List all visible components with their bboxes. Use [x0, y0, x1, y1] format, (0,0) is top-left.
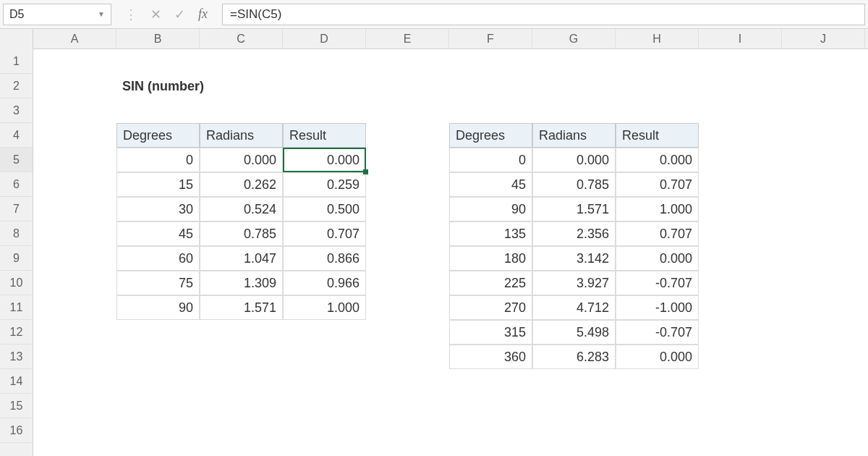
more-icon[interactable]: ⋮	[124, 7, 137, 22]
t1-r6-result[interactable]: 1.000	[283, 295, 366, 320]
row-header-7[interactable]: 7	[0, 197, 33, 221]
row-header-9[interactable]: 9	[0, 246, 33, 271]
t2-r8-result[interactable]: 0.000	[616, 345, 699, 369]
t2-r2-result[interactable]: 1.000	[616, 197, 699, 221]
t2-r3-radians[interactable]: 2.356	[532, 221, 616, 246]
t2-r1-radians[interactable]: 0.785	[532, 172, 616, 197]
t2-r8-degrees[interactable]: 360	[449, 345, 532, 369]
formula-input[interactable]: =SIN(C5)	[222, 4, 865, 25]
t1-r2-radians[interactable]: 0.524	[200, 197, 283, 221]
t2-r5-result[interactable]: -0.707	[616, 271, 699, 295]
row-header-8[interactable]: 8	[0, 221, 33, 246]
t1-r2-degrees[interactable]: 30	[116, 197, 200, 221]
col-header-B[interactable]: B	[116, 29, 200, 48]
t2-r3-result[interactable]: 0.707	[616, 221, 699, 246]
formula-text: =SIN(C5)	[230, 7, 281, 22]
select-all-corner[interactable]	[0, 29, 33, 49]
t1-r5-degrees[interactable]: 75	[116, 271, 200, 295]
column-headers: A B C D E F G H I J	[0, 29, 868, 49]
row-header-4[interactable]: 4	[0, 123, 33, 148]
t1-r1-degrees[interactable]: 15	[116, 172, 200, 197]
t2-r4-result[interactable]: 0.000	[616, 246, 699, 271]
t1-header-radians[interactable]: Radians	[200, 123, 283, 148]
t1-r4-degrees[interactable]: 60	[116, 246, 200, 271]
t2-r1-degrees[interactable]: 45	[449, 172, 532, 197]
col-header-D[interactable]: D	[283, 29, 366, 48]
t1-r0-result[interactable]: 0.000	[283, 148, 366, 172]
col-header-H[interactable]: H	[616, 29, 699, 48]
t1-r3-result[interactable]: 0.707	[283, 221, 366, 246]
t1-r2-result[interactable]: 0.500	[283, 197, 366, 221]
t1-r5-result[interactable]: 0.966	[283, 271, 366, 295]
t2-r5-radians[interactable]: 3.927	[532, 271, 616, 295]
t2-header-result[interactable]: Result	[616, 123, 699, 148]
cancel-icon[interactable]: ✕	[150, 7, 161, 22]
title-cell[interactable]: SIN (number)	[116, 74, 283, 98]
row-header-6[interactable]: 6	[0, 172, 33, 197]
formula-bar: D5 ▼ ⋮ ✕ ✓ fx =SIN(C5)	[0, 0, 868, 29]
t2-r1-result[interactable]: 0.707	[616, 172, 699, 197]
t1-r4-result[interactable]: 0.866	[283, 246, 366, 271]
t2-r4-degrees[interactable]: 180	[449, 246, 532, 271]
row-header-5[interactable]: 5	[0, 148, 33, 172]
col-header-E[interactable]: E	[366, 29, 449, 48]
t1-r1-radians[interactable]: 0.262	[200, 172, 283, 197]
col-header-A[interactable]: A	[33, 29, 116, 48]
t2-r5-degrees[interactable]: 225	[449, 271, 532, 295]
t2-r0-radians[interactable]: 0.000	[532, 148, 616, 172]
row-header-12[interactable]: 12	[0, 320, 33, 345]
t1-r0-radians[interactable]: 0.000	[200, 148, 283, 172]
t2-header-radians[interactable]: Radians	[532, 123, 616, 148]
t2-r2-degrees[interactable]: 90	[449, 197, 532, 221]
col-header-J[interactable]: J	[782, 29, 865, 48]
cell-area[interactable]: SIN (number) Degrees Radians Result 0 0.…	[33, 49, 868, 456]
row-headers: 1 2 3 4 5 6 7 8 9 10 11 12 13 14 15 16	[0, 49, 33, 456]
t1-r6-degrees[interactable]: 90	[116, 295, 200, 320]
t1-r3-degrees[interactable]: 45	[116, 221, 200, 246]
t1-r4-radians[interactable]: 1.047	[200, 246, 283, 271]
t2-r7-degrees[interactable]: 315	[449, 320, 532, 345]
t2-r6-result[interactable]: -1.000	[616, 295, 699, 320]
t2-r6-degrees[interactable]: 270	[449, 295, 532, 320]
fx-icon[interactable]: fx	[198, 7, 208, 22]
row-header-2[interactable]: 2	[0, 74, 33, 98]
t1-r6-radians[interactable]: 1.571	[200, 295, 283, 320]
t1-r3-radians[interactable]: 0.785	[200, 221, 283, 246]
col-header-F[interactable]: F	[449, 29, 532, 48]
t2-r7-result[interactable]: -0.707	[616, 320, 699, 345]
t2-r2-radians[interactable]: 1.571	[532, 197, 616, 221]
t2-r0-degrees[interactable]: 0	[449, 148, 532, 172]
t2-r4-radians[interactable]: 3.142	[532, 246, 616, 271]
row-header-16[interactable]: 16	[0, 418, 33, 443]
col-header-C[interactable]: C	[200, 29, 283, 48]
col-header-G[interactable]: G	[532, 29, 616, 48]
t1-r0-degrees[interactable]: 0	[116, 148, 200, 172]
t1-header-result[interactable]: Result	[283, 123, 366, 148]
row-header-15[interactable]: 15	[0, 394, 33, 418]
spreadsheet-grid: A B C D E F G H I J 1 2 3 4 5 6 7 8 9 10…	[0, 29, 868, 456]
dropdown-icon[interactable]: ▼	[98, 10, 105, 18]
t2-r8-radians[interactable]: 6.283	[532, 345, 616, 369]
t2-r0-result[interactable]: 0.000	[616, 148, 699, 172]
name-box-value: D5	[9, 8, 24, 21]
t1-r1-result[interactable]: 0.259	[283, 172, 366, 197]
col-header-I[interactable]: I	[699, 29, 782, 48]
row-header-1[interactable]: 1	[0, 49, 33, 74]
enter-icon[interactable]: ✓	[174, 7, 185, 22]
t1-r5-radians[interactable]: 1.309	[200, 271, 283, 295]
name-box[interactable]: D5 ▼	[3, 4, 111, 25]
t2-header-degrees[interactable]: Degrees	[449, 123, 532, 148]
row-header-14[interactable]: 14	[0, 369, 33, 394]
t1-header-degrees[interactable]: Degrees	[116, 123, 200, 148]
t2-r7-radians[interactable]: 5.498	[532, 320, 616, 345]
row-header-11[interactable]: 11	[0, 295, 33, 320]
row-header-13[interactable]: 13	[0, 345, 33, 369]
row-header-3[interactable]: 3	[0, 98, 33, 123]
t2-r6-radians[interactable]: 4.712	[532, 295, 616, 320]
formula-bar-controls: ⋮ ✕ ✓ fx	[114, 7, 218, 22]
t2-r3-degrees[interactable]: 135	[449, 221, 532, 246]
row-header-10[interactable]: 10	[0, 271, 33, 295]
